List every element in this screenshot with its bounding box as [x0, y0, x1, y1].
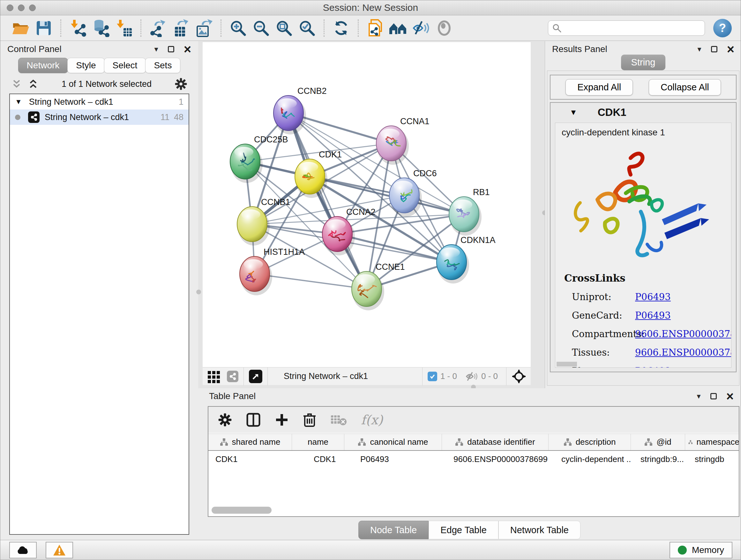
control-panel: Control Panel ▾ × Network Style Select S… — [0, 41, 198, 540]
open-session-button[interactable] — [11, 18, 30, 38]
export-network-button[interactable] — [148, 18, 167, 38]
show-graphics-details-button[interactable] — [412, 18, 431, 38]
close-window-button[interactable] — [7, 4, 13, 11]
float-panel-icon[interactable] — [711, 46, 718, 52]
export-table-button[interactable] — [172, 18, 191, 38]
delete-table-icon[interactable] — [330, 414, 347, 426]
gear-icon[interactable] — [175, 78, 187, 90]
crosslinks-section: CrossLinks Uniprot: P06493 GeneCard: P06… — [555, 272, 731, 368]
network-view-region: CCNB2CCNA1CDC25BCDK1CDC6RB1CCNB1CCNA2CDK… — [198, 41, 545, 388]
expand-all-button[interactable]: Expand All — [565, 79, 633, 96]
fit-center-icon[interactable] — [512, 369, 526, 384]
zoom-fit-button[interactable] — [274, 18, 293, 38]
memory-button[interactable]: Memory — [670, 542, 732, 558]
tab-node-table[interactable]: Node Table — [358, 521, 428, 539]
add-column-icon[interactable] — [275, 413, 289, 427]
export-image-button[interactable] — [194, 18, 213, 38]
node-label: CCNA1 — [400, 117, 429, 126]
table-row[interactable]: CDK1 CDK1 P06493 9606.ENSP00000378699 cy… — [208, 451, 739, 468]
hidden-node-edge-count: 0 - 0 — [481, 371, 498, 381]
collapse-all-button[interactable]: Collapse All — [649, 79, 721, 96]
tab-style[interactable]: Style — [67, 58, 105, 73]
column-header-name[interactable]: name — [292, 434, 344, 450]
zoom-in-button[interactable] — [228, 18, 248, 38]
birdseye-view-icon[interactable] — [249, 370, 262, 383]
warnings-button[interactable] — [46, 542, 73, 558]
tab-sets[interactable]: Sets — [145, 58, 180, 73]
genecard-link[interactable]: P06493 — [635, 310, 671, 321]
tab-network[interactable]: Network — [18, 58, 68, 73]
float-panel-icon[interactable] — [711, 393, 717, 399]
zoom-selected-button[interactable] — [297, 18, 317, 38]
toolbar-separator — [324, 19, 325, 37]
import-table-button[interactable] — [114, 18, 133, 38]
tab-string[interactable]: String — [621, 55, 666, 70]
panel-menu-icon[interactable]: ▾ — [697, 392, 701, 400]
collapse-section-icon[interactable]: ▼ — [569, 108, 577, 117]
protein-card-header[interactable]: ▼ CDK1 — [550, 103, 736, 122]
function-builder-icon[interactable]: f(x) — [361, 413, 383, 427]
home-button[interactable] — [389, 18, 408, 38]
left-splitter-handle[interactable] — [196, 290, 201, 294]
horizontal-scrollbar[interactable] — [556, 362, 577, 367]
column-header-canonical-name[interactable]: canonical name — [344, 434, 442, 450]
column-header-id[interactable]: @id — [631, 434, 685, 450]
expand-all-icon[interactable] — [28, 78, 39, 89]
network-canvas[interactable]: CCNB2CCNA1CDC25BCDK1CDC6RB1CCNB1CCNA2CDK… — [203, 42, 531, 367]
copy-network-button[interactable] — [366, 18, 385, 38]
node-label: CCNB1 — [261, 197, 290, 207]
cloud-button[interactable] — [9, 542, 37, 558]
tab-network-table[interactable]: Network Table — [498, 521, 581, 539]
network-badge-icon[interactable] — [227, 371, 239, 382]
selected-items-checkbox[interactable] — [428, 372, 437, 381]
column-header-namespace[interactable]: namespace — [685, 434, 739, 450]
panel-menu-icon[interactable]: ▾ — [154, 45, 158, 53]
search-input[interactable] — [562, 23, 701, 33]
close-panel-icon[interactable]: × — [184, 44, 191, 54]
help-button[interactable]: ? — [713, 19, 732, 37]
zoom-out-button[interactable] — [252, 18, 271, 38]
collection-count: 1 — [179, 97, 184, 107]
import-network-from-database-button[interactable] — [91, 18, 111, 38]
cell-id: stringdb:9... — [631, 454, 685, 464]
show-columns-icon[interactable] — [246, 413, 261, 427]
delete-column-icon[interactable] — [303, 412, 316, 428]
collapse-all-icon[interactable] — [11, 78, 22, 89]
crosslinks-title: CrossLinks — [555, 272, 731, 284]
panel-menu-icon[interactable]: ▾ — [697, 45, 701, 53]
uniprot-link[interactable]: P06493 — [635, 292, 671, 302]
copy-document-icon — [367, 19, 384, 37]
save-session-button[interactable] — [34, 18, 53, 38]
crosslink-row: GeneCard: P06493 — [555, 310, 731, 321]
pharos-link[interactable]: P06493 — [635, 366, 671, 368]
network-collection-row[interactable]: ▼ String Network – cdk1 1 — [10, 94, 189, 110]
column-header-database-identifier[interactable]: database identifier — [442, 434, 549, 450]
hidden-items-icon[interactable] — [465, 371, 478, 382]
close-panel-icon[interactable]: × — [726, 391, 734, 401]
table-gear-icon[interactable] — [218, 413, 232, 427]
table-horizontal-scrollbar[interactable] — [212, 507, 272, 514]
close-panel-icon[interactable]: × — [727, 44, 734, 54]
network-column-icon — [358, 438, 366, 446]
string-results-container: Expand All Collapse All ▼ CDK1 cyclin-de… — [547, 71, 739, 386]
minimize-window-button[interactable] — [18, 4, 24, 11]
float-panel-icon[interactable] — [168, 46, 174, 52]
maximize-window-button[interactable] — [29, 4, 36, 11]
network-view-toolbar: String Network – cdk1 1 - 0 0 - 0 — [203, 367, 531, 385]
collection-expand-icon[interactable]: ▼ — [15, 98, 22, 106]
refresh-button[interactable] — [332, 18, 351, 38]
tab-edge-table[interactable]: Edge Table — [428, 521, 498, 539]
column-header-description[interactable]: description — [549, 434, 631, 450]
network-graph[interactable]: CCNB2CCNA1CDC25BCDK1CDC6RB1CCNB1CCNA2CDK… — [203, 42, 531, 367]
export-table-icon — [172, 19, 190, 37]
network-row[interactable]: String Network – cdk1 11 48 — [10, 110, 189, 125]
tab-select[interactable]: Select — [104, 58, 146, 73]
tissues-link[interactable]: 9606.ENSP00000378699 — [635, 347, 731, 358]
import-network-button[interactable] — [68, 18, 87, 38]
network-status-dot — [15, 115, 20, 120]
cell-database-identifier: 9606.ENSP00000378699 — [442, 454, 549, 464]
column-header-shared-name[interactable]: shared name — [208, 434, 292, 450]
grid-mode-icon[interactable] — [207, 370, 220, 383]
show-hide-panel-button[interactable] — [434, 18, 454, 38]
compartments-link[interactable]: 9606.ENSP00000378699 — [635, 328, 731, 339]
